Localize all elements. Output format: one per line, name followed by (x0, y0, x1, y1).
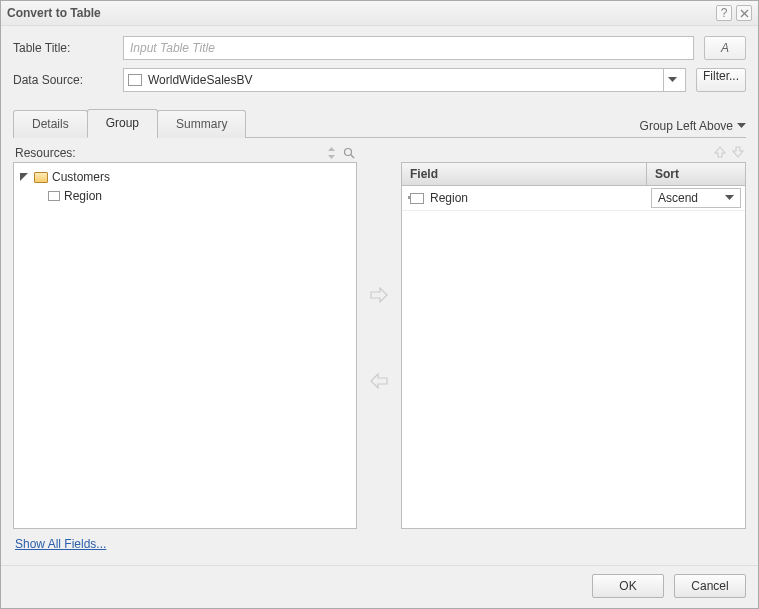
resources-label: Resources: (15, 146, 76, 160)
tab-summary[interactable]: Summary (157, 110, 246, 138)
label-table-title: Table Title: (13, 41, 113, 55)
close-icon[interactable] (736, 5, 752, 21)
filter-button[interactable]: Filter... (696, 68, 746, 92)
window-title: Convert to Table (7, 6, 101, 20)
folder-icon (34, 172, 48, 183)
chevron-down-icon (725, 195, 734, 201)
group-fields-pane: Field Sort Region Ascend (401, 146, 746, 529)
show-all-fields-link[interactable]: Show All Fields... (15, 537, 106, 551)
svg-line-1 (351, 155, 354, 158)
cancel-button[interactable]: Cancel (674, 574, 746, 598)
tree-node-label: Region (64, 189, 102, 203)
tab-details[interactable]: Details (13, 110, 88, 138)
resources-pane: Resources: (13, 146, 357, 529)
dialog-convert-to-table: Convert to Table ? Table Title: A Data S… (0, 0, 759, 609)
font-icon: A (721, 41, 729, 55)
titlebar: Convert to Table ? (1, 1, 758, 26)
datasource-icon (128, 74, 142, 86)
cell-field: Region (402, 187, 647, 209)
titlebar-controls: ? (716, 5, 752, 21)
sort-select[interactable]: Ascend (651, 188, 741, 208)
move-up-icon[interactable] (714, 146, 726, 160)
arrow-left-icon[interactable] (370, 373, 388, 389)
chevron-down-icon[interactable] (663, 69, 681, 91)
tree-caret-icon[interactable] (20, 173, 30, 181)
transfer-arrows (365, 146, 393, 529)
search-icon[interactable] (343, 147, 355, 159)
col-header-sort[interactable]: Sort (647, 163, 745, 185)
chevron-down-icon (737, 123, 746, 129)
tree-node-customers[interactable]: Customers (20, 169, 350, 185)
grid-row[interactable]: Region Ascend (402, 186, 745, 211)
svg-point-0 (345, 149, 352, 156)
tree-node-region[interactable]: Region (48, 188, 350, 204)
cell-field-label: Region (430, 191, 468, 205)
row-data-source: Data Source: WorldWideSalesBV Filter... (13, 68, 746, 92)
grid-header: Field Sort (402, 163, 745, 186)
move-down-icon[interactable] (732, 146, 744, 160)
resources-tree[interactable]: Customers Region (13, 162, 357, 529)
combo-data-source-value: WorldWideSalesBV (148, 73, 663, 87)
tabs: Details Group Summary Group Left Above (13, 108, 746, 138)
input-table-title[interactable] (123, 36, 694, 60)
row-table-title: Table Title: A (13, 36, 746, 60)
group-grid: Field Sort Region Ascend (401, 162, 746, 529)
sort-icon[interactable] (326, 147, 337, 159)
dialog-footer: OK Cancel (1, 566, 758, 608)
field-icon (48, 191, 60, 201)
font-style-button[interactable]: A (704, 36, 746, 60)
tree-node-label: Customers (52, 170, 110, 184)
sort-select-value: Ascend (658, 191, 698, 205)
group-position-dropdown[interactable]: Group Left Above (640, 119, 746, 137)
arrow-right-icon[interactable] (370, 287, 388, 303)
field-icon (410, 193, 424, 204)
ok-button[interactable]: OK (592, 574, 664, 598)
tab-group[interactable]: Group (87, 109, 158, 138)
label-data-source: Data Source: (13, 73, 113, 87)
group-position-label: Group Left Above (640, 119, 733, 133)
combo-data-source[interactable]: WorldWideSalesBV (123, 68, 686, 92)
col-header-field[interactable]: Field (402, 163, 647, 185)
help-icon[interactable]: ? (716, 5, 732, 21)
